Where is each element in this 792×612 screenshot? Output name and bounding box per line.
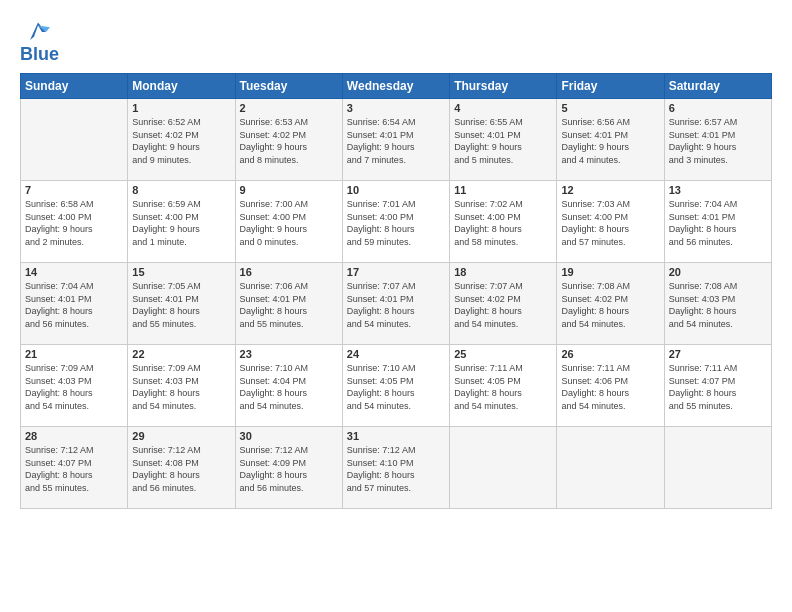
- day-info: Sunrise: 6:59 AM Sunset: 4:00 PM Dayligh…: [132, 198, 230, 248]
- day-number: 14: [25, 266, 123, 278]
- day-cell: [450, 427, 557, 509]
- day-cell: 23Sunrise: 7:10 AM Sunset: 4:04 PM Dayli…: [235, 345, 342, 427]
- day-cell: 16Sunrise: 7:06 AM Sunset: 4:01 PM Dayli…: [235, 263, 342, 345]
- day-number: 3: [347, 102, 445, 114]
- day-number: 22: [132, 348, 230, 360]
- day-number: 31: [347, 430, 445, 442]
- day-info: Sunrise: 6:58 AM Sunset: 4:00 PM Dayligh…: [25, 198, 123, 248]
- day-cell: 19Sunrise: 7:08 AM Sunset: 4:02 PM Dayli…: [557, 263, 664, 345]
- day-cell: 9Sunrise: 7:00 AM Sunset: 4:00 PM Daylig…: [235, 181, 342, 263]
- day-info: Sunrise: 7:04 AM Sunset: 4:01 PM Dayligh…: [25, 280, 123, 330]
- day-info: Sunrise: 7:06 AM Sunset: 4:01 PM Dayligh…: [240, 280, 338, 330]
- day-info: Sunrise: 7:08 AM Sunset: 4:02 PM Dayligh…: [561, 280, 659, 330]
- day-number: 15: [132, 266, 230, 278]
- day-number: 7: [25, 184, 123, 196]
- day-cell: 22Sunrise: 7:09 AM Sunset: 4:03 PM Dayli…: [128, 345, 235, 427]
- day-cell: 6Sunrise: 6:57 AM Sunset: 4:01 PM Daylig…: [664, 99, 771, 181]
- day-number: 20: [669, 266, 767, 278]
- day-cell: 8Sunrise: 6:59 AM Sunset: 4:00 PM Daylig…: [128, 181, 235, 263]
- day-cell: 20Sunrise: 7:08 AM Sunset: 4:03 PM Dayli…: [664, 263, 771, 345]
- day-info: Sunrise: 7:00 AM Sunset: 4:00 PM Dayligh…: [240, 198, 338, 248]
- day-info: Sunrise: 7:05 AM Sunset: 4:01 PM Dayligh…: [132, 280, 230, 330]
- day-info: Sunrise: 7:11 AM Sunset: 4:05 PM Dayligh…: [454, 362, 552, 412]
- day-number: 11: [454, 184, 552, 196]
- day-number: 6: [669, 102, 767, 114]
- day-cell: 1Sunrise: 6:52 AM Sunset: 4:02 PM Daylig…: [128, 99, 235, 181]
- day-info: Sunrise: 6:52 AM Sunset: 4:02 PM Dayligh…: [132, 116, 230, 166]
- day-cell: 29Sunrise: 7:12 AM Sunset: 4:08 PM Dayli…: [128, 427, 235, 509]
- day-cell: [557, 427, 664, 509]
- calendar-table: SundayMondayTuesdayWednesdayThursdayFrid…: [20, 73, 772, 509]
- day-info: Sunrise: 7:02 AM Sunset: 4:00 PM Dayligh…: [454, 198, 552, 248]
- day-number: 1: [132, 102, 230, 114]
- day-info: Sunrise: 6:55 AM Sunset: 4:01 PM Dayligh…: [454, 116, 552, 166]
- week-row-0: 1Sunrise: 6:52 AM Sunset: 4:02 PM Daylig…: [21, 99, 772, 181]
- header: Blue: [20, 16, 772, 65]
- day-info: Sunrise: 7:12 AM Sunset: 4:07 PM Dayligh…: [25, 444, 123, 494]
- day-cell: 17Sunrise: 7:07 AM Sunset: 4:01 PM Dayli…: [342, 263, 449, 345]
- day-info: Sunrise: 7:01 AM Sunset: 4:00 PM Dayligh…: [347, 198, 445, 248]
- day-number: 25: [454, 348, 552, 360]
- day-cell: 2Sunrise: 6:53 AM Sunset: 4:02 PM Daylig…: [235, 99, 342, 181]
- day-cell: 13Sunrise: 7:04 AM Sunset: 4:01 PM Dayli…: [664, 181, 771, 263]
- week-row-1: 7Sunrise: 6:58 AM Sunset: 4:00 PM Daylig…: [21, 181, 772, 263]
- day-number: 18: [454, 266, 552, 278]
- day-cell: 24Sunrise: 7:10 AM Sunset: 4:05 PM Dayli…: [342, 345, 449, 427]
- day-cell: 4Sunrise: 6:55 AM Sunset: 4:01 PM Daylig…: [450, 99, 557, 181]
- day-cell: 7Sunrise: 6:58 AM Sunset: 4:00 PM Daylig…: [21, 181, 128, 263]
- day-number: 5: [561, 102, 659, 114]
- day-number: 21: [25, 348, 123, 360]
- day-info: Sunrise: 7:08 AM Sunset: 4:03 PM Dayligh…: [669, 280, 767, 330]
- day-cell: 12Sunrise: 7:03 AM Sunset: 4:00 PM Dayli…: [557, 181, 664, 263]
- day-info: Sunrise: 7:09 AM Sunset: 4:03 PM Dayligh…: [25, 362, 123, 412]
- day-cell: 21Sunrise: 7:09 AM Sunset: 4:03 PM Dayli…: [21, 345, 128, 427]
- header-row: SundayMondayTuesdayWednesdayThursdayFrid…: [21, 74, 772, 99]
- day-info: Sunrise: 7:04 AM Sunset: 4:01 PM Dayligh…: [669, 198, 767, 248]
- day-info: Sunrise: 7:11 AM Sunset: 4:06 PM Dayligh…: [561, 362, 659, 412]
- day-cell: 25Sunrise: 7:11 AM Sunset: 4:05 PM Dayli…: [450, 345, 557, 427]
- day-number: 29: [132, 430, 230, 442]
- day-number: 13: [669, 184, 767, 196]
- col-header-thursday: Thursday: [450, 74, 557, 99]
- day-info: Sunrise: 7:12 AM Sunset: 4:08 PM Dayligh…: [132, 444, 230, 494]
- day-number: 28: [25, 430, 123, 442]
- day-number: 12: [561, 184, 659, 196]
- day-cell: 15Sunrise: 7:05 AM Sunset: 4:01 PM Dayli…: [128, 263, 235, 345]
- col-header-wednesday: Wednesday: [342, 74, 449, 99]
- day-number: 16: [240, 266, 338, 278]
- day-number: 30: [240, 430, 338, 442]
- day-cell: 11Sunrise: 7:02 AM Sunset: 4:00 PM Dayli…: [450, 181, 557, 263]
- day-cell: 27Sunrise: 7:11 AM Sunset: 4:07 PM Dayli…: [664, 345, 771, 427]
- day-number: 27: [669, 348, 767, 360]
- calendar-page: Blue SundayMondayTuesdayWednesdayThursda…: [0, 0, 792, 612]
- day-cell: 14Sunrise: 7:04 AM Sunset: 4:01 PM Dayli…: [21, 263, 128, 345]
- col-header-saturday: Saturday: [664, 74, 771, 99]
- day-info: Sunrise: 6:53 AM Sunset: 4:02 PM Dayligh…: [240, 116, 338, 166]
- day-info: Sunrise: 7:12 AM Sunset: 4:09 PM Dayligh…: [240, 444, 338, 494]
- day-cell: 10Sunrise: 7:01 AM Sunset: 4:00 PM Dayli…: [342, 181, 449, 263]
- day-number: 10: [347, 184, 445, 196]
- day-number: 19: [561, 266, 659, 278]
- day-number: 26: [561, 348, 659, 360]
- day-info: Sunrise: 6:54 AM Sunset: 4:01 PM Dayligh…: [347, 116, 445, 166]
- day-info: Sunrise: 7:12 AM Sunset: 4:10 PM Dayligh…: [347, 444, 445, 494]
- week-row-3: 21Sunrise: 7:09 AM Sunset: 4:03 PM Dayli…: [21, 345, 772, 427]
- col-header-friday: Friday: [557, 74, 664, 99]
- day-cell: 26Sunrise: 7:11 AM Sunset: 4:06 PM Dayli…: [557, 345, 664, 427]
- day-number: 8: [132, 184, 230, 196]
- day-cell: 3Sunrise: 6:54 AM Sunset: 4:01 PM Daylig…: [342, 99, 449, 181]
- day-cell: 30Sunrise: 7:12 AM Sunset: 4:09 PM Dayli…: [235, 427, 342, 509]
- day-info: Sunrise: 6:56 AM Sunset: 4:01 PM Dayligh…: [561, 116, 659, 166]
- day-info: Sunrise: 7:07 AM Sunset: 4:01 PM Dayligh…: [347, 280, 445, 330]
- day-number: 17: [347, 266, 445, 278]
- day-cell: 18Sunrise: 7:07 AM Sunset: 4:02 PM Dayli…: [450, 263, 557, 345]
- day-info: Sunrise: 7:07 AM Sunset: 4:02 PM Dayligh…: [454, 280, 552, 330]
- day-number: 4: [454, 102, 552, 114]
- week-row-2: 14Sunrise: 7:04 AM Sunset: 4:01 PM Dayli…: [21, 263, 772, 345]
- svg-marker-0: [30, 22, 46, 40]
- day-number: 2: [240, 102, 338, 114]
- col-header-monday: Monday: [128, 74, 235, 99]
- col-header-sunday: Sunday: [21, 74, 128, 99]
- week-row-4: 28Sunrise: 7:12 AM Sunset: 4:07 PM Dayli…: [21, 427, 772, 509]
- day-info: Sunrise: 7:03 AM Sunset: 4:00 PM Dayligh…: [561, 198, 659, 248]
